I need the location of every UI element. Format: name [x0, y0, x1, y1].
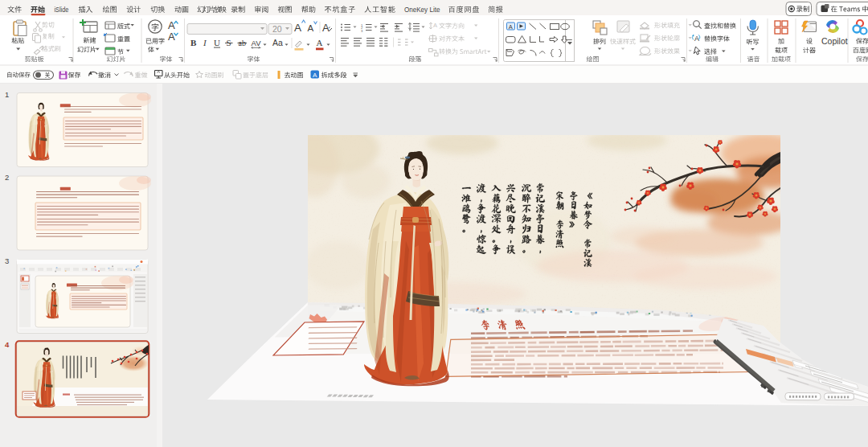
- svg-text:iSlide: iSlide: [54, 5, 68, 14]
- svg-text:OneKey Lite: OneKey Lite: [404, 5, 440, 14]
- svg-text:A: A: [168, 19, 175, 31]
- svg-text:A: A: [168, 31, 175, 43]
- svg-text:A: A: [294, 22, 301, 34]
- svg-text:B: B: [190, 38, 197, 47]
- svg-text:A: A: [509, 23, 513, 31]
- svg-text:A: A: [308, 23, 314, 33]
- svg-text:Aa: Aa: [272, 38, 283, 47]
- svg-text:Copilot: Copilot: [821, 36, 848, 46]
- svg-text:3: 3: [5, 256, 9, 265]
- svg-text:A: A: [322, 22, 330, 34]
- svg-text:AV: AV: [252, 39, 262, 47]
- svg-text:A: A: [317, 38, 323, 47]
- svg-text:A: A: [433, 22, 437, 29]
- svg-text:2: 2: [5, 173, 9, 182]
- svg-text:1: 1: [5, 90, 9, 99]
- svg-text:A: A: [313, 72, 317, 79]
- svg-text:4: 4: [5, 340, 10, 349]
- svg-text:A: A: [694, 35, 699, 43]
- svg-text:20: 20: [272, 24, 282, 34]
- svg-text:U: U: [214, 38, 220, 47]
